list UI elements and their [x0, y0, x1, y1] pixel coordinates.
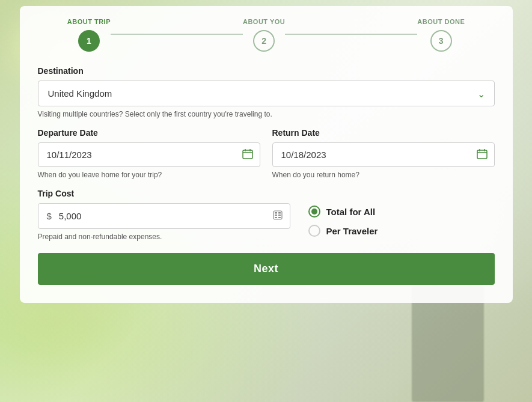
- departure-label: Departure Date: [38, 128, 260, 138]
- radio-label-total: Total for All: [326, 207, 376, 217]
- departure-date-input[interactable]: [38, 142, 260, 167]
- step-1-circle: 1: [78, 30, 100, 52]
- svg-rect-10: [278, 212, 281, 214]
- stepper: ABOUT TRIP 1 ABOUT YOU 2 ABOUT DONE 3: [38, 18, 495, 52]
- trip-cost-label: Trip Cost: [38, 189, 495, 198]
- cost-input-wrapper: $: [38, 203, 290, 229]
- return-col: Return Date When do you return home?: [272, 128, 495, 179]
- radio-inner-total: [311, 209, 317, 215]
- destination-hint: Visiting multiple countries? Select only…: [38, 110, 495, 118]
- step-line-2: [285, 34, 417, 35]
- trip-cost-input-area: $ Prepaid and non-r: [38, 203, 290, 241]
- destination-section: Destination United Kingdom ⌄ Visiting mu…: [38, 66, 495, 118]
- trip-cost-row: $ Prepaid and non-r: [38, 203, 495, 241]
- svg-rect-9: [275, 212, 277, 214]
- departure-col: Departure Date When do you leave home fo…: [38, 128, 260, 179]
- step-2-circle: 2: [253, 30, 275, 52]
- cost-type-radio-group: Total for All Per Traveler: [308, 203, 378, 237]
- return-date-input[interactable]: [272, 142, 495, 167]
- svg-rect-13: [275, 217, 277, 218]
- trip-cost-input[interactable]: [57, 204, 266, 228]
- form-card: ABOUT TRIP 1 ABOUT YOU 2 ABOUT DONE 3 De…: [20, 6, 513, 303]
- calendar-icon-return[interactable]: [477, 148, 488, 162]
- next-button[interactable]: Next: [38, 253, 495, 285]
- calculator-icon[interactable]: [266, 204, 290, 228]
- return-input-wrapper: [272, 142, 495, 167]
- radio-circle-per: [308, 225, 320, 237]
- radio-label-per: Per Traveler: [326, 226, 378, 236]
- svg-rect-11: [275, 215, 277, 216]
- svg-rect-4: [477, 150, 487, 159]
- destination-label: Destination: [38, 66, 495, 76]
- step-2: ABOUT YOU 2: [243, 18, 285, 52]
- step-line-1: [111, 34, 243, 35]
- departure-input-wrapper: [38, 142, 260, 167]
- step-3-label: ABOUT DONE: [417, 18, 465, 25]
- radio-per-traveler[interactable]: Per Traveler: [308, 225, 378, 237]
- svg-rect-12: [278, 215, 281, 216]
- step-1-label: ABOUT TRIP: [67, 18, 111, 25]
- svg-rect-14: [278, 217, 281, 218]
- departure-hint: When do you leave home for your trip?: [38, 171, 260, 179]
- return-label: Return Date: [272, 128, 495, 138]
- svg-rect-0: [243, 150, 252, 159]
- destination-select-wrapper: United Kingdom ⌄: [38, 81, 495, 106]
- trip-cost-hint: Prepaid and non-refundable expenses.: [38, 233, 290, 241]
- step-3: ABOUT DONE 3: [417, 18, 465, 52]
- destination-select[interactable]: United Kingdom: [38, 81, 495, 106]
- radio-total-for-all[interactable]: Total for All: [308, 206, 378, 218]
- calendar-icon-departure[interactable]: [242, 148, 253, 162]
- return-hint: When do you return home?: [272, 171, 495, 179]
- trip-cost-section: Trip Cost $: [38, 189, 495, 241]
- date-row: Departure Date When do you leave home fo…: [38, 128, 495, 179]
- dollar-sign: $: [38, 204, 57, 228]
- radio-circle-total: [308, 206, 320, 218]
- step-1: ABOUT TRIP 1: [67, 18, 111, 52]
- step-3-circle: 3: [430, 30, 452, 52]
- step-2-label: ABOUT YOU: [243, 18, 285, 25]
